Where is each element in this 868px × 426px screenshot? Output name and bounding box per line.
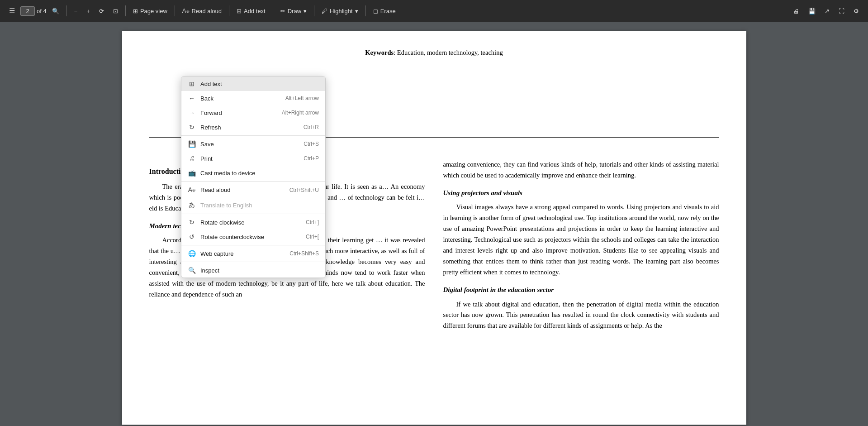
- draw-icon: ✏: [280, 8, 285, 14]
- menu-item-print[interactable]: 🖨PrintCtrl+P: [181, 151, 325, 166]
- context-menu: ⊞Add text←BackAlt+Left arrow→ForwardAlt+…: [181, 76, 326, 278]
- menu-divider-11: [181, 214, 325, 214]
- menu-item-icon-2: →: [188, 109, 196, 116]
- menu-divider-14: [181, 245, 325, 245]
- projectors-heading: Using projectors and visuals: [443, 187, 719, 199]
- share-icon: ↗: [825, 8, 830, 14]
- fit-page-button[interactable]: ⊡: [109, 6, 122, 16]
- page-view-icon: ⊞: [133, 8, 138, 14]
- separator-1: [66, 5, 67, 16]
- menu-item-icon-10: あ: [188, 201, 196, 209]
- fit-page-icon: ⊡: [113, 8, 118, 14]
- settings-button[interactable]: ⚙: [850, 6, 863, 16]
- menu-button[interactable]: ☰: [5, 5, 19, 17]
- menu-item-shortcut-2: Alt+Right arrow: [282, 110, 319, 116]
- separator-6: [314, 5, 314, 16]
- save-icon: 💾: [808, 8, 816, 14]
- digital-paragraph: If we talk about digital and education, …: [443, 299, 719, 332]
- menu-item-rotate-clockwise[interactable]: ↻Rotate clockwiseCtrl+]: [181, 215, 325, 230]
- highlight-button[interactable]: 🖊 Highlight ▾: [318, 6, 362, 16]
- keywords-text: : Education, modern technology, teaching: [394, 49, 503, 56]
- menu-item-back[interactable]: ←BackAlt+Left arrow: [181, 91, 325, 105]
- print-button[interactable]: 🖨: [790, 6, 803, 16]
- add-text-button[interactable]: ⊞ Add text: [233, 6, 269, 16]
- menu-item-label-5: Save: [200, 141, 299, 148]
- right-intro-paragraph: amazing convenience, they can find vario…: [443, 159, 719, 181]
- keywords-bold: Keywords: [365, 49, 394, 56]
- search-icon: 🔍: [52, 8, 59, 14]
- search-button[interactable]: 🔍: [48, 6, 63, 16]
- rotate-button[interactable]: ⟳: [95, 6, 108, 16]
- menu-item-shortcut-3: Ctrl+R: [304, 124, 319, 130]
- zoom-in-button[interactable]: +: [83, 6, 94, 16]
- menu-item-shortcut-6: Ctrl+P: [304, 155, 319, 162]
- highlight-label: Highlight: [330, 8, 353, 14]
- menu-item-label-3: Refresh: [200, 124, 299, 131]
- menu-item-label-9: Read aloud: [200, 187, 285, 193]
- draw-label: Draw: [288, 8, 301, 14]
- menu-item-label-12: Rotate clockwise: [200, 219, 301, 226]
- menu-item-shortcut-9: Ctrl+Shift+U: [289, 187, 319, 193]
- highlight-icon: 🖊: [322, 8, 327, 14]
- zoom-out-button[interactable]: −: [71, 6, 81, 16]
- add-text-icon: ⊞: [237, 8, 242, 14]
- menu-divider-4: [181, 135, 325, 136]
- erase-button[interactable]: ◻ Erase: [370, 6, 399, 16]
- draw-button[interactable]: ✏ Draw ▾: [277, 6, 310, 16]
- save-button[interactable]: 💾: [805, 6, 819, 16]
- separator-4: [229, 5, 229, 16]
- fullscreen-icon: ⛶: [839, 8, 844, 14]
- page-number-input[interactable]: [20, 6, 35, 16]
- menu-item-forward[interactable]: →ForwardAlt+Right arrow: [181, 105, 325, 120]
- share-button[interactable]: ↗: [821, 6, 833, 16]
- read-aloud-icon: Aᵾ: [182, 7, 190, 14]
- menu-item-icon-3: ↻: [188, 124, 196, 131]
- menu-item-label-6: Print: [200, 155, 299, 162]
- separator-7: [365, 5, 366, 16]
- menu-item-shortcut-15: Ctrl+Shift+S: [289, 250, 319, 257]
- menu-item-label-0: Add text: [200, 81, 319, 87]
- menu-item-label-10: Translate to English: [200, 202, 319, 209]
- menu-item-icon-7: 📺: [188, 169, 196, 177]
- zoom-out-icon: −: [74, 8, 78, 14]
- menu-item-add-text[interactable]: ⊞Add text: [181, 77, 325, 91]
- menu-item-label-17: Inspect: [200, 267, 319, 274]
- page-navigation: of 4: [20, 6, 47, 16]
- menu-divider-8: [181, 181, 325, 182]
- print-icon: 🖨: [793, 8, 799, 14]
- menu-item-label-13: Rotate counterclockwise: [200, 234, 301, 240]
- menu-item-icon-1: ←: [188, 95, 196, 102]
- page-view-button[interactable]: ⊞ Page view: [129, 6, 171, 16]
- page-view-label: Page view: [140, 8, 167, 14]
- right-column: amazing convenience, they can find vario…: [443, 159, 719, 407]
- draw-chevron-icon: ▾: [304, 8, 307, 14]
- menu-item-label-1: Back: [200, 95, 281, 102]
- erase-label: Erase: [380, 8, 396, 14]
- menu-item-read-aloud[interactable]: AᵾRead aloudCtrl+Shift+U: [181, 182, 325, 197]
- menu-item-inspect[interactable]: 🔍Inspect: [181, 263, 325, 278]
- fullscreen-button[interactable]: ⛶: [835, 6, 848, 16]
- menu-item-icon-13: ↺: [188, 233, 196, 240]
- page-total: of 4: [37, 8, 47, 14]
- menu-item-shortcut-5: Ctrl+S: [304, 141, 319, 147]
- menu-item-save[interactable]: 💾SaveCtrl+S: [181, 137, 325, 151]
- menu-item-rotate-counterclockwise[interactable]: ↺Rotate counterclockwiseCtrl+[: [181, 230, 325, 244]
- read-aloud-button[interactable]: Aᵾ Read aloud: [179, 5, 225, 16]
- menu-item-shortcut-12: Ctrl+]: [306, 219, 319, 225]
- erase-icon: ◻: [373, 8, 378, 14]
- menu-item-refresh[interactable]: ↻RefreshCtrl+R: [181, 120, 325, 134]
- separator-2: [125, 5, 126, 16]
- menu-item-label-15: Web capture: [200, 250, 285, 257]
- projectors-paragraph: Visual images always have a strong appea…: [443, 202, 719, 278]
- toolbar: ☰ of 4 🔍 − + ⟳ ⊡ ⊞ Page view Aᵾ Read alo…: [0, 0, 868, 22]
- separator-5: [273, 5, 273, 16]
- separator-3: [175, 5, 175, 16]
- menu-item-cast-media-to-device[interactable]: 📺Cast media to device: [181, 166, 325, 180]
- menu-item-icon-6: 🖨: [188, 155, 196, 162]
- menu-item-icon-17: 🔍: [188, 267, 196, 274]
- menu-item-icon-15: 🌐: [188, 250, 196, 257]
- menu-item-label-7: Cast media to device: [200, 170, 319, 177]
- menu-item-web-capture[interactable]: 🌐Web captureCtrl+Shift+S: [181, 246, 325, 261]
- read-aloud-label: Read aloud: [192, 8, 222, 14]
- zoom-in-icon: +: [86, 8, 90, 14]
